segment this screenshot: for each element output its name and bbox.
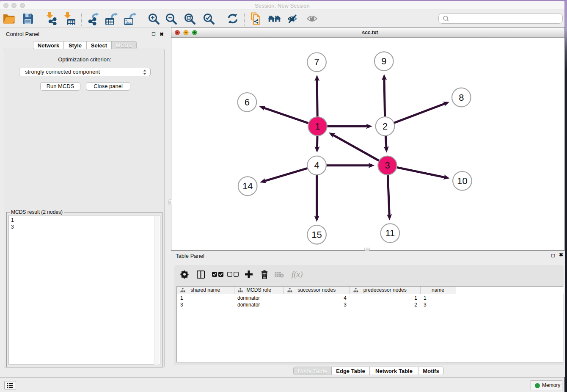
svg-text:8: 8 [459, 92, 464, 103]
svg-text:2: 2 [383, 121, 388, 132]
svg-text:15: 15 [311, 229, 322, 240]
svg-text:9: 9 [381, 56, 386, 66]
svg-text:4: 4 [314, 160, 319, 171]
svg-text:6: 6 [245, 97, 250, 108]
svg-text:10: 10 [457, 176, 467, 186]
svg-text:3: 3 [385, 160, 390, 171]
svg-text:1: 1 [315, 121, 320, 132]
svg-text:7: 7 [314, 57, 319, 67]
svg-text:11: 11 [385, 228, 395, 238]
svg-text:14: 14 [242, 181, 253, 191]
